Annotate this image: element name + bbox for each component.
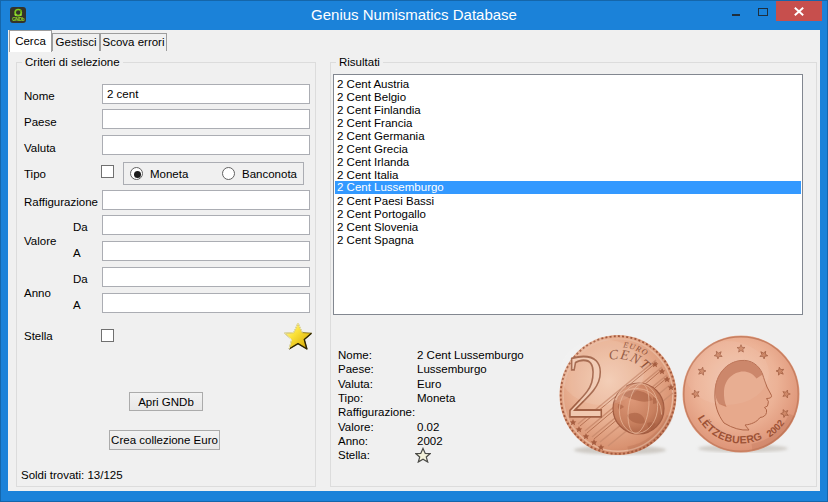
svg-text:GNDb: GNDb <box>12 16 25 22</box>
